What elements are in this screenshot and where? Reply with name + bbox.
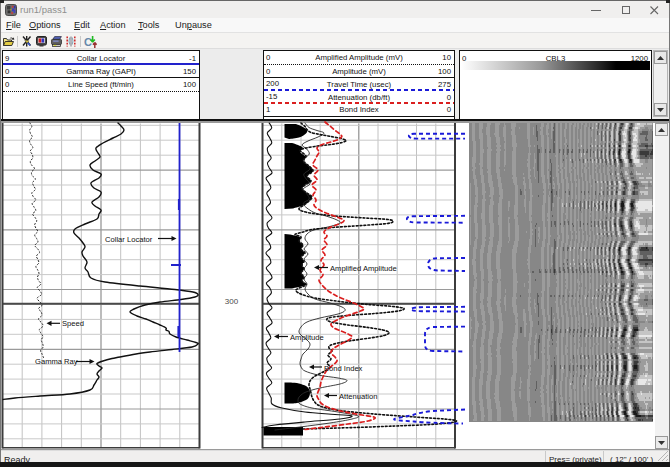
svg-text:Collar Locator: Collar Locator xyxy=(105,235,153,244)
svg-text:Gamma Ray: Gamma Ray xyxy=(35,357,78,366)
svg-text:Bond Index: Bond Index xyxy=(324,364,363,373)
svg-text:Amplitude: Amplitude xyxy=(290,333,324,342)
svg-text:Amplified Amplitude: Amplified Amplitude xyxy=(330,264,397,273)
svg-text:Attenuation: Attenuation xyxy=(339,392,377,401)
svg-text:Speed: Speed xyxy=(62,319,84,328)
svg-text:300: 300 xyxy=(225,297,239,306)
